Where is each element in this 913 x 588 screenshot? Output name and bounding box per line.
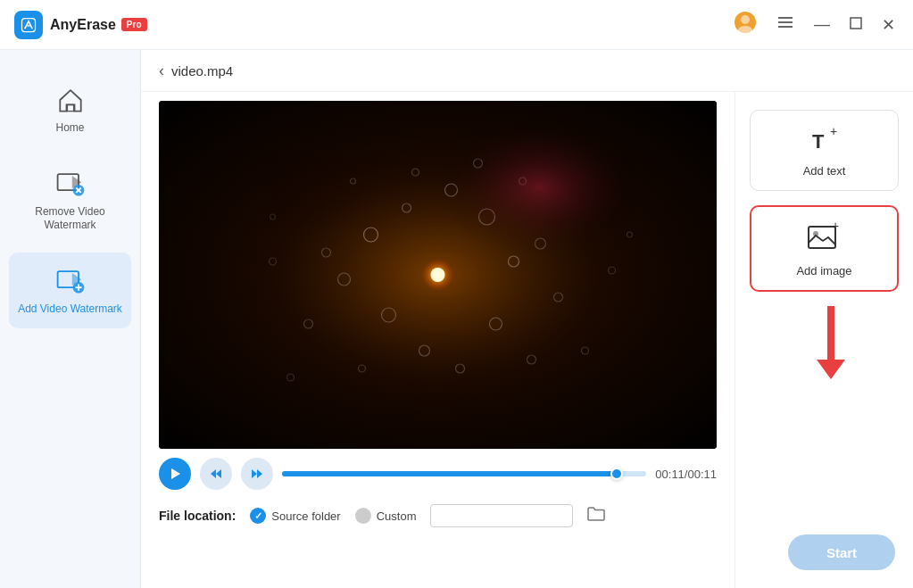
- source-folder-option[interactable]: Source folder: [250, 508, 340, 524]
- svg-point-44: [270, 258, 277, 265]
- svg-rect-50: [184, 101, 693, 449]
- svg-point-26: [403, 203, 411, 212]
- particles-svg: [159, 101, 717, 449]
- play-button[interactable]: [159, 458, 191, 490]
- svg-marker-51: [171, 468, 180, 479]
- sidebar-item-remove-video-watermark[interactable]: Remove Video Watermark: [9, 155, 131, 245]
- svg-rect-8: [851, 18, 861, 29]
- video-controls: 00:11/00:11: [159, 449, 717, 495]
- rewind-button[interactable]: [200, 458, 232, 490]
- svg-marker-52: [216, 469, 221, 478]
- custom-option[interactable]: Custom: [355, 508, 417, 524]
- file-location-label: File location:: [159, 509, 236, 523]
- add-image-label: Add image: [796, 264, 851, 277]
- svg-point-42: [351, 178, 356, 184]
- user-avatar-icon[interactable]: [730, 7, 760, 42]
- svg-point-33: [554, 293, 563, 302]
- custom-label: Custom: [377, 509, 417, 523]
- svg-point-48: [385, 221, 492, 328]
- svg-point-23: [479, 209, 495, 225]
- red-arrow: [817, 306, 845, 379]
- custom-path-input[interactable]: [430, 504, 573, 527]
- svg-point-39: [582, 347, 589, 354]
- app-name: AnyErase: [50, 17, 116, 33]
- svg-point-27: [445, 184, 458, 196]
- svg-marker-54: [252, 469, 257, 478]
- app-icon: [14, 11, 43, 39]
- svg-marker-55: [257, 469, 262, 478]
- add-video-watermark-icon: [54, 265, 87, 297]
- video-placeholder: [159, 101, 717, 449]
- start-button[interactable]: Start: [788, 534, 895, 570]
- svg-point-29: [490, 318, 502, 330]
- video-container: [159, 101, 717, 449]
- video-section: 00:11/00:11 File location: Source folder…: [141, 92, 735, 588]
- svg-point-40: [412, 169, 419, 176]
- svg-point-28: [382, 308, 396, 322]
- svg-rect-9: [67, 104, 73, 111]
- svg-marker-53: [211, 469, 216, 478]
- add-image-button[interactable]: + Add image: [750, 205, 899, 292]
- progress-bar[interactable]: [282, 471, 646, 476]
- progress-thumb: [610, 468, 623, 480]
- time-display: 00:11/00:11: [655, 468, 717, 481]
- arrow-head: [817, 360, 845, 379]
- svg-point-24: [338, 273, 351, 286]
- folder-browse-button[interactable]: [587, 507, 605, 526]
- svg-rect-20: [184, 101, 693, 449]
- svg-point-25: [509, 256, 519, 267]
- add-text-button[interactable]: T + Add text: [750, 110, 899, 191]
- svg-point-3: [741, 15, 750, 24]
- svg-point-30: [322, 248, 331, 257]
- sidebar-item-add-video-watermark[interactable]: Add Video Watermark: [9, 253, 131, 329]
- right-panel: T + Add text + Add image: [735, 92, 913, 588]
- custom-radio: [355, 508, 371, 524]
- home-icon: [54, 84, 87, 116]
- source-folder-label: Source folder: [271, 509, 340, 523]
- svg-text:+: +: [832, 219, 839, 233]
- svg-point-34: [419, 345, 430, 356]
- minimize-button[interactable]: —: [810, 12, 834, 37]
- svg-point-35: [456, 364, 465, 373]
- content-area: 00:11/00:11 File location: Source folder…: [141, 92, 913, 588]
- main-content: ‹ video.mp4: [141, 50, 913, 588]
- svg-point-41: [474, 159, 483, 168]
- back-button[interactable]: ‹: [159, 62, 164, 79]
- file-location: File location: Source folder Custom: [159, 495, 717, 533]
- sidebar-item-home-label: Home: [55, 121, 84, 136]
- svg-point-32: [304, 319, 313, 328]
- title-actions: — ✕: [730, 7, 899, 42]
- svg-point-37: [527, 355, 536, 364]
- add-text-label: Add text: [803, 164, 846, 178]
- svg-point-38: [287, 374, 295, 381]
- breadcrumb-title: video.mp4: [171, 63, 233, 79]
- add-image-icon: +: [805, 219, 844, 259]
- close-button[interactable]: ✕: [878, 12, 899, 38]
- sidebar-item-add-label: Add Video Watermark: [18, 302, 122, 317]
- sidebar-item-home[interactable]: Home: [9, 71, 131, 148]
- arrow-container: [750, 306, 899, 379]
- hamburger-icon[interactable]: [773, 10, 798, 39]
- pro-badge: Pro: [121, 18, 147, 31]
- maximize-button[interactable]: [846, 12, 866, 37]
- remove-video-watermark-icon: [54, 168, 87, 200]
- svg-point-47: [627, 232, 633, 237]
- progress-fill: [282, 471, 618, 476]
- svg-point-45: [609, 267, 616, 274]
- sidebar: Home Remove Video Watermark Add Video Wa…: [0, 50, 141, 588]
- source-folder-radio: [250, 508, 266, 524]
- add-text-icon: T +: [807, 123, 842, 159]
- svg-point-31: [535, 238, 546, 249]
- arrow-shaft: [827, 306, 834, 360]
- svg-point-43: [519, 178, 527, 185]
- title-bar: AnyErase Pro — ✕: [0, 0, 913, 50]
- svg-point-49: [431, 268, 445, 282]
- svg-point-46: [270, 214, 276, 219]
- breadcrumb: ‹ video.mp4: [141, 50, 913, 92]
- svg-point-21: [436, 272, 441, 277]
- sidebar-item-remove-label: Remove Video Watermark: [18, 205, 122, 233]
- particles-wrap: [159, 101, 717, 449]
- svg-text:+: +: [830, 124, 837, 138]
- svg-text:T: T: [812, 130, 825, 153]
- fast-forward-button[interactable]: [241, 458, 273, 490]
